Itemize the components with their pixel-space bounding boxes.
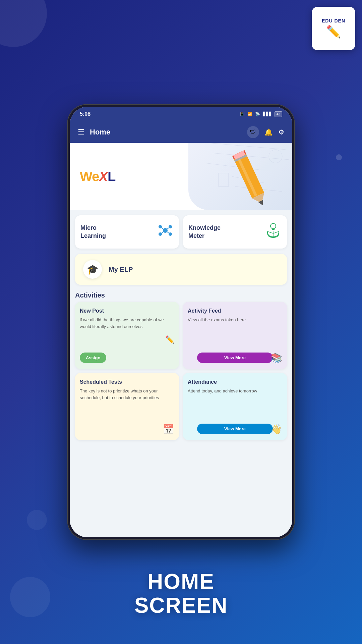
calendar-icon: 📅 [163, 424, 174, 435]
banner: WeXL [70, 143, 292, 210]
wifi-icon: 📶 [247, 112, 252, 116]
my-elp-label: My ELP [109, 266, 133, 273]
knowledge-meter-icon [265, 222, 282, 242]
banner-pencil-area [170, 143, 292, 210]
status-bar: 5:08 📳 📶 📡 ▋▋▋ 43 [70, 107, 292, 121]
attendance-text: Attend today, and achieve tomorrow [188, 388, 282, 420]
header-left: ☰ Home [78, 128, 110, 137]
activity-feed-card[interactable]: Activity Feed View all the exams taken h… [183, 302, 287, 369]
activities-grid: New Post if we all did the things we are… [70, 302, 292, 445]
edu-den-logo: EDU DEN ✏️ [312, 7, 355, 50]
new-post-card[interactable]: New Post if we all did the things we are… [75, 302, 179, 369]
attendance-title: Attendance [188, 379, 282, 385]
my-elp-card[interactable]: 🎓 My ELP [75, 254, 287, 285]
edu-den-pencil-icon: ✏️ [326, 25, 341, 39]
attendance-view-more-button[interactable]: View More [197, 424, 273, 434]
bottom-label: HOME SCREEN [0, 570, 362, 617]
edu-den-text: EDU DEN [322, 18, 345, 23]
shield-button[interactable]: 🛡 [247, 126, 259, 138]
settings-gear-button[interactable]: ⚙ [278, 128, 284, 136]
scroll-content: WeXL [70, 143, 292, 537]
notification-bell-button[interactable]: 🔔 [264, 128, 273, 136]
layers-icon: 📚 [270, 353, 282, 364]
edit-icon: ✏️ [165, 335, 174, 344]
new-post-text: if we all did the things we are capable … [80, 317, 174, 348]
phone-inner: 5:08 📳 📶 📡 ▋▋▋ 43 ☰ Home 🛡 🔔 ⚙ [70, 107, 292, 537]
bg-decoration [336, 154, 342, 160]
header-title: Home [90, 128, 110, 137]
scheduled-tests-text: The key is not to prioritize whats on yo… [80, 388, 174, 434]
graduation-icon: 🎓 [87, 264, 99, 275]
svg-rect-4 [219, 173, 229, 186]
header-right: 🛡 🔔 ⚙ [247, 126, 284, 138]
elp-icon: 🎓 [83, 260, 102, 279]
wexl-logo: WeXL [80, 169, 115, 184]
new-post-title: New Post [80, 308, 174, 314]
svg-line-0 [208, 143, 286, 150]
activity-feed-text: View all the exams taken here [188, 317, 282, 348]
svg-point-24 [270, 223, 276, 229]
micro-learning-icon [157, 222, 174, 242]
activities-section-title: Activities [70, 287, 292, 302]
micro-learning-card[interactable]: MicroLearning [75, 215, 179, 249]
app-header: ☰ Home 🛡 🔔 ⚙ [70, 121, 292, 143]
hamburger-menu-button[interactable]: ☰ [78, 128, 84, 137]
micro-learning-label: MicroLearning [80, 224, 106, 240]
scheduled-tests-title: Scheduled Tests [80, 379, 174, 385]
bottom-label-line1: HOME [0, 570, 362, 593]
vibrate-icon: 📳 [240, 112, 245, 116]
signal-icon: 📡 [255, 112, 260, 116]
svg-point-3 [269, 150, 282, 163]
status-time: 5:08 [80, 111, 90, 117]
activity-feed-view-more-button[interactable]: View More [197, 353, 273, 363]
bottom-label-line2: SCREEN [0, 594, 362, 617]
scheduled-tests-card[interactable]: Scheduled Tests The key is not to priori… [75, 373, 179, 440]
bars-icon: ▋▋▋ [263, 112, 272, 116]
bg-decoration [0, 0, 47, 47]
activity-feed-title: Activity Feed [188, 308, 282, 314]
svg-line-1 [212, 153, 289, 160]
knowledge-meter-label: KnowledgeMeter [188, 224, 221, 240]
shield-icon: 🛡 [250, 129, 256, 136]
phone-frame: 5:08 📳 📶 📡 ▋▋▋ 43 ☰ Home 🛡 🔔 ⚙ [67, 104, 295, 540]
assign-button[interactable]: Assign [80, 353, 106, 363]
hand-wave-icon: 👋 [270, 424, 282, 435]
knowledge-meter-card[interactable]: KnowledgeMeter [183, 215, 287, 249]
bg-decoration [27, 510, 47, 530]
attendance-card[interactable]: Attendance Attend today, and achieve tom… [183, 373, 287, 440]
status-icons: 📳 📶 📡 ▋▋▋ 43 [240, 111, 282, 117]
battery-indicator: 43 [275, 111, 282, 117]
quick-actions-grid: MicroLearning [70, 210, 292, 251]
